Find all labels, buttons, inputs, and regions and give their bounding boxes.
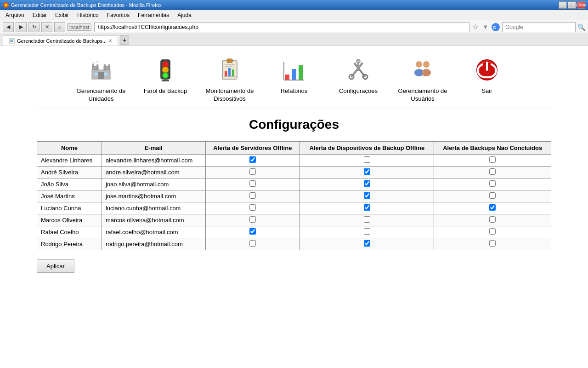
menu-ferramentas[interactable]: Ferramentas: [134, 11, 173, 19]
checkbox-alerta-dispositivos[interactable]: [364, 168, 370, 175]
cell-alerta-servidores[interactable]: [205, 178, 300, 190]
forward-button[interactable]: ▶: [16, 22, 27, 32]
cell-alerta-dispositivos[interactable]: [300, 166, 434, 178]
nav-configuracoes[interactable]: Configurações: [333, 55, 384, 95]
cell-alerta-servidores[interactable]: [205, 214, 300, 226]
svg-point-48: [423, 61, 430, 68]
cell-email: marcos.oliveira@hotmail.com: [102, 214, 205, 226]
nav-gerenciamento-usuarios[interactable]: Gerenciamento deUsuários: [397, 55, 448, 103]
page-content: Gerenciamento deUnidades Farol de Backup: [0, 46, 588, 340]
sair-icon: [472, 55, 502, 85]
checkbox-alerta-servidores[interactable]: [249, 216, 256, 223]
cell-alerta-backups[interactable]: [434, 154, 551, 166]
cell-alerta-dispositivos[interactable]: [300, 238, 434, 250]
cell-alerta-dispositivos[interactable]: [300, 154, 434, 166]
apply-button[interactable]: Aplicar: [37, 259, 74, 273]
address-bar: ◀ ▶ ↻ ✕ ⌂ localhost ☆ ▼ G 🔍: [0, 20, 588, 34]
svg-rect-11: [92, 64, 94, 70]
cell-alerta-backups[interactable]: [434, 238, 551, 250]
nav-sair[interactable]: Sair: [462, 55, 512, 95]
cell-alerta-servidores[interactable]: [205, 190, 300, 202]
svg-rect-7: [10, 41, 13, 42]
checkbox-alerta-dispositivos[interactable]: [364, 240, 370, 247]
cell-alerta-servidores[interactable]: [205, 154, 300, 166]
cell-alerta-backups[interactable]: [434, 202, 551, 214]
stop-button[interactable]: ✕: [41, 22, 52, 32]
home-button[interactable]: ⌂: [54, 22, 65, 32]
checkbox-alerta-servidores[interactable]: [249, 228, 256, 235]
cell-alerta-dispositivos[interactable]: [300, 190, 434, 202]
menu-editar[interactable]: Editar: [29, 11, 51, 19]
checkbox-alerta-backups[interactable]: [489, 168, 496, 175]
active-tab[interactable]: Gerenciador Centralizado de Backups... ✕: [3, 35, 118, 46]
checkbox-alerta-dispositivos[interactable]: [364, 192, 370, 199]
checkbox-alerta-backups[interactable]: [489, 228, 496, 235]
maximize-button[interactable]: □: [568, 1, 576, 9]
monitoramento-dispositivos-icon: [215, 55, 244, 85]
new-tab-button[interactable]: +: [120, 35, 129, 45]
cell-alerta-backups[interactable]: [434, 178, 551, 190]
cell-email: andre.silveira@hotmail.com: [102, 166, 205, 178]
menu-historico[interactable]: Histórico: [74, 11, 102, 19]
cell-alerta-dispositivos[interactable]: [300, 226, 434, 238]
nav-label-gerenciamento-usuarios: Gerenciamento deUsuários: [398, 87, 447, 103]
nav-monitoramento-dispositivos[interactable]: Monitoramento deDispositivos: [204, 55, 255, 103]
checkbox-alerta-servidores[interactable]: [249, 204, 256, 211]
nav-label-configuracoes: Configurações: [339, 87, 378, 95]
cell-alerta-backups[interactable]: [434, 214, 551, 226]
cell-email: jose.martins@hotmail.com: [102, 190, 205, 202]
svg-text:G: G: [493, 25, 496, 30]
checkbox-alerta-backups[interactable]: [489, 240, 496, 247]
checkbox-alerta-servidores[interactable]: [249, 180, 256, 187]
gerenciamento-unidades-icon: [86, 55, 116, 85]
refresh-button[interactable]: ↻: [28, 22, 40, 32]
svg-point-1: [5, 4, 7, 6]
checkbox-alerta-backups[interactable]: [489, 180, 496, 187]
rss-icon[interactable]: ▼: [482, 23, 488, 30]
close-button[interactable]: Close: [577, 1, 585, 9]
tab-close-icon[interactable]: ✕: [108, 38, 112, 43]
cell-alerta-dispositivos[interactable]: [300, 202, 434, 214]
bookmark-star-icon[interactable]: ☆: [472, 23, 479, 31]
cell-alerta-servidores[interactable]: [205, 226, 300, 238]
checkbox-alerta-servidores[interactable]: [249, 192, 256, 199]
checkbox-alerta-backups[interactable]: [489, 192, 496, 199]
checkbox-alerta-servidores[interactable]: [249, 240, 256, 247]
cell-alerta-backups[interactable]: [434, 190, 551, 202]
cell-alerta-servidores[interactable]: [205, 202, 300, 214]
tab-bar: Gerenciador Centralizado de Backups... ✕…: [0, 34, 588, 46]
checkbox-alerta-dispositivos[interactable]: [364, 204, 370, 211]
checkbox-alerta-dispositivos[interactable]: [364, 216, 370, 223]
checkbox-alerta-dispositivos[interactable]: [364, 180, 370, 187]
checkbox-alerta-dispositivos[interactable]: [364, 228, 370, 235]
nav-gerenciamento-unidades[interactable]: Gerenciamento deUnidades: [76, 55, 126, 103]
cell-alerta-backups[interactable]: [434, 226, 551, 238]
nav-relatorios[interactable]: Relatórios: [269, 55, 319, 95]
cell-alerta-servidores[interactable]: [205, 166, 300, 178]
checkbox-alerta-dispositivos[interactable]: [364, 156, 370, 163]
table-row: André Silveiraandre.silveira@hotmail.com: [37, 166, 551, 178]
menu-exibir[interactable]: Exibir: [51, 11, 73, 19]
window-controls: _ □ Close: [559, 1, 585, 9]
search-input[interactable]: [502, 22, 576, 32]
col-alerta-backups: Alerta de Backups Não Concluídos: [434, 141, 551, 154]
menu-ajuda[interactable]: Ajuda: [174, 11, 195, 19]
cell-alerta-backups[interactable]: [434, 166, 551, 178]
cell-alerta-servidores[interactable]: [205, 238, 300, 250]
menu-arquivo[interactable]: Arquivo: [2, 11, 28, 19]
menu-favoritos[interactable]: Favoritos: [103, 11, 133, 19]
nav-farol-backup[interactable]: Farol de Backup: [140, 55, 191, 95]
address-input[interactable]: [94, 22, 469, 32]
checkbox-alerta-servidores[interactable]: [249, 168, 256, 175]
cell-email: rafael.coelho@hotmail.com: [102, 226, 205, 238]
back-button[interactable]: ◀: [3, 22, 14, 32]
minimize-button[interactable]: _: [559, 1, 567, 9]
cell-alerta-dispositivos[interactable]: [300, 214, 434, 226]
tab-label: Gerenciador Centralizado de Backups...: [17, 38, 107, 44]
search-submit-icon[interactable]: 🔍: [577, 23, 585, 31]
checkbox-alerta-backups[interactable]: [489, 156, 496, 163]
cell-alerta-dispositivos[interactable]: [300, 178, 434, 190]
checkbox-alerta-backups[interactable]: [489, 216, 496, 223]
checkbox-alerta-backups[interactable]: [489, 204, 496, 211]
checkbox-alerta-servidores[interactable]: [249, 156, 256, 163]
